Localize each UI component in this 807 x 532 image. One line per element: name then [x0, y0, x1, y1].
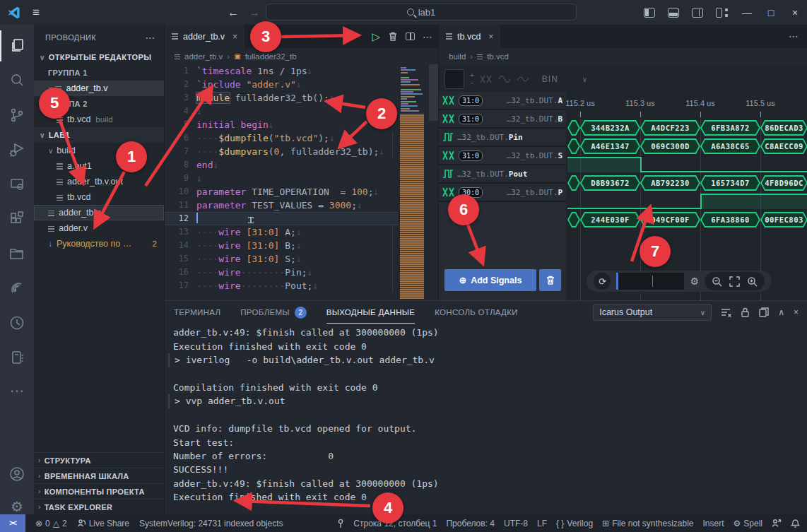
wave-row-P[interactable]: 244E030F049CF00F6FA3886000FEC803	[566, 211, 807, 229]
notifications-bell-icon[interactable]	[791, 519, 800, 528]
zoom-in-small-icon[interactable]: +	[470, 72, 474, 78]
code-line-1[interactable]: 1`timescale 1ns / 1ps↓	[165, 64, 398, 78]
code-line-7[interactable]: 7····$dumpvars(0, fulladder32_tb);↓	[165, 145, 398, 158]
tab-close-icon[interactable]: ×	[232, 32, 237, 42]
tree-item[interactable]: tb.vcd	[34, 189, 164, 205]
signal-row-A[interactable]: 31:0…32_tb.DUT.A	[439, 92, 566, 110]
tab-close-icon[interactable]: ×	[488, 32, 493, 42]
maximize-button[interactable]: □	[759, 0, 783, 25]
tree-item[interactable]: adder_tb.v	[34, 205, 164, 220]
search-icon[interactable]	[0, 65, 34, 96]
code-editor[interactable]: 1`timescale 1ns / 1ps↓2`include "adder.v…	[165, 64, 398, 300]
command-search-input[interactable]: lab1	[266, 4, 577, 20]
toggle-secondary-sidebar-icon[interactable]	[692, 8, 703, 18]
zoom-fit-icon[interactable]	[729, 276, 740, 287]
tree-section[interactable]: ∨ОТКРЫТЫЕ РЕДАКТОРЫ	[34, 49, 164, 65]
output-channel-select[interactable]: Icarus Output ∨	[593, 304, 712, 321]
spell-checker[interactable]: ⚙ Spell	[734, 519, 762, 528]
tree-item[interactable]: adder.v	[34, 220, 164, 236]
time-input[interactable]	[616, 273, 684, 290]
wave-row-Pin[interactable]	[566, 155, 807, 174]
wave-plot-area[interactable]: 115.2 us115.3 us115.4 us115.5 us 344B232…	[566, 92, 807, 300]
zoom-out-small-icon[interactable]: −	[470, 80, 474, 86]
wave-value-box[interactable]	[444, 69, 464, 89]
sidebar-section-TASK EXPLORER[interactable]: ›TASK EXPLORER	[34, 499, 164, 514]
code-line-4[interactable]: 4↓	[165, 105, 398, 118]
indentation[interactable]: Пробелов: 4	[446, 519, 495, 528]
breadcrumb[interactable]: adder_tb.v › ▣ fulladder32_tb	[165, 48, 438, 64]
zoom-out-icon[interactable]	[712, 276, 722, 287]
insert-mode[interactable]: Insert	[703, 519, 724, 528]
wave-row-Pout[interactable]	[566, 192, 807, 211]
zoom-in-icon[interactable]	[747, 276, 758, 287]
lock-icon[interactable]	[741, 307, 750, 317]
tab-tb-vcd[interactable]: tb.vcd ×	[439, 25, 501, 48]
wireless-extension-icon[interactable]	[0, 273, 34, 304]
encoding[interactable]: UTF-8	[504, 519, 528, 528]
run-verilog-button[interactable]: ▷	[372, 30, 380, 43]
analog-wave2-icon[interactable]	[517, 75, 529, 83]
sidebar-section-КОМПОНЕНТЫ ПРОЕКТА[interactable]: ›КОМПОНЕНТЫ ПРОЕКТА	[34, 483, 164, 499]
wave-more-icon[interactable]: ⋯	[789, 30, 799, 42]
bus-format-icon[interactable]	[480, 74, 493, 84]
code-line-17[interactable]: 17····wire········Pout;↓	[165, 279, 398, 292]
sidebar-section-СТРУКТУРА[interactable]: ›СТРУКТУРА	[34, 452, 164, 468]
menu-icon[interactable]: ≡	[33, 6, 40, 20]
wave-row-B[interactable]: A46E1347069C300DA6A38C65C8AECC09	[566, 137, 807, 155]
project-folder-icon[interactable]	[0, 238, 34, 269]
toggle-sidebar-icon[interactable]	[644, 8, 655, 18]
wave-row-S[interactable]: D8B93672AB792230165734D74F8D96DC	[566, 174, 807, 192]
code-line-13[interactable]: 13····wire [31:0] A;↓	[165, 225, 398, 239]
code-line-15[interactable]: 15····wire [31:0] S;↓	[165, 252, 398, 266]
signal-row-Pout[interactable]: …32_tb.DUT.Pout	[439, 165, 566, 184]
split-editor-icon[interactable]	[406, 32, 415, 40]
language-mode[interactable]: { } Verilog	[556, 519, 593, 528]
source-control-icon[interactable]	[0, 100, 34, 131]
customize-layout-icon[interactable]	[716, 8, 729, 18]
tree-section[interactable]: ∨LAB1	[34, 127, 164, 143]
tab-adder-tb[interactable]: adder_tb.v ×	[165, 25, 245, 48]
tab-problems[interactable]: ПРОБЛЕМЫ2	[240, 301, 307, 324]
code-line-8[interactable]: 8end↓	[165, 158, 398, 172]
close-button[interactable]: ×	[783, 0, 807, 25]
code-line-11[interactable]: 11parameter TEST_VALUES = 3000;↓	[165, 199, 398, 212]
tab-terminal[interactable]: ТЕРМИНАЛ	[174, 301, 220, 324]
language-status[interactable]: SystemVerilog: 24731 indexed objects	[139, 519, 283, 528]
run-debug-icon[interactable]	[0, 134, 34, 165]
tree-item[interactable]: ГРУППА 1	[34, 65, 164, 81]
clear-output-icon[interactable]	[721, 308, 731, 317]
breadcrumb-file[interactable]: adder_tb.v	[184, 52, 223, 61]
format-select[interactable]: BIN	[542, 74, 558, 84]
synthesizable-status[interactable]: ⊞ File not synthesizable	[602, 519, 693, 528]
settings-gear-icon[interactable]: ⚙	[690, 276, 699, 287]
code-line-16[interactable]: 16····wire········Pin;↓	[165, 266, 398, 279]
tree-item[interactable]: adder_tb.v.out	[34, 174, 164, 189]
ports-icon[interactable]	[337, 519, 344, 528]
trash-icon[interactable]	[388, 31, 398, 42]
close-panel-icon[interactable]: ×	[794, 307, 799, 317]
live-share-button[interactable]: Live Share	[77, 519, 129, 528]
tab-output[interactable]: ВЫХОДНЫЕ ДАННЫЕ	[326, 301, 415, 324]
editor-more-icon[interactable]: ⋯	[423, 31, 432, 42]
editor-scrollbar[interactable]	[429, 64, 438, 121]
signal-row-B[interactable]: 31:0…32_tb.DUT.B	[439, 110, 566, 129]
explorer-icon[interactable]	[0, 30, 34, 61]
timing-extension-icon[interactable]	[0, 307, 34, 338]
signal-row-S[interactable]: 31:0…32_tb.DUT.S	[439, 147, 566, 165]
problems-status[interactable]: ⊗ 0 △ 2	[35, 519, 67, 528]
analog-wave-icon[interactable]	[498, 75, 511, 83]
notebook-extension-icon[interactable]	[0, 342, 34, 373]
breadcrumb-symbol[interactable]: fulladder32_tb	[245, 52, 297, 61]
wave-breadcrumb[interactable]: build › tb.vcd	[439, 48, 807, 64]
delete-signals-button[interactable]	[539, 269, 561, 291]
tree-item[interactable]: ↓Руководство по …2	[34, 236, 164, 252]
feedback-icon[interactable]	[772, 519, 782, 528]
toggle-panel-icon[interactable]	[668, 8, 679, 18]
eol[interactable]: LF	[537, 519, 547, 528]
code-line-3[interactable]: 3module fulladder32_tb();↓	[165, 91, 398, 105]
sidebar-more-icon[interactable]: ⋯	[146, 32, 155, 43]
accounts-icon[interactable]	[0, 459, 34, 490]
code-line-10[interactable]: 10parameter TIME_OPERATION = 100;↓	[165, 185, 398, 199]
code-line-6[interactable]: 6····$dumpfile("tb.vcd");↓	[165, 131, 398, 145]
code-line-9[interactable]: 9↓	[165, 172, 398, 185]
